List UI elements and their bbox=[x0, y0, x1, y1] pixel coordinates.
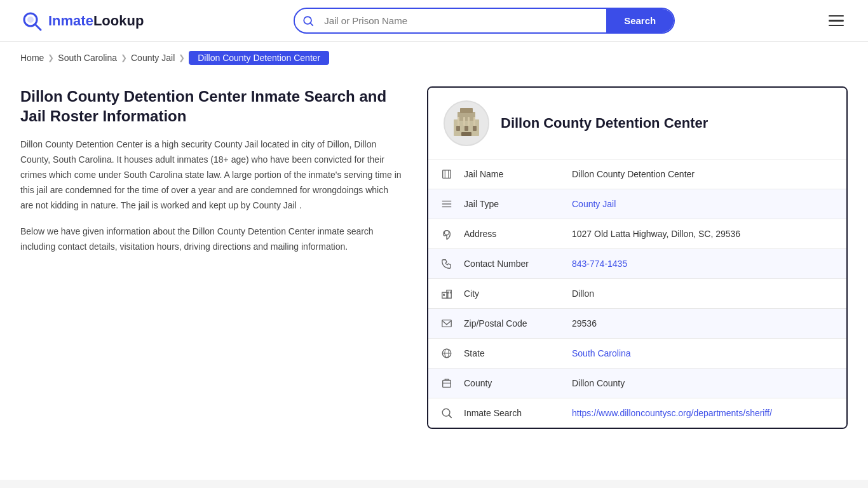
logo-icon bbox=[20, 10, 43, 32]
info-row: Zip/Postal Code29536 bbox=[428, 308, 846, 338]
row-label: Jail Type bbox=[464, 199, 572, 209]
main-content: Dillon County Detention Center Inmate Se… bbox=[0, 74, 868, 454]
list-icon bbox=[441, 198, 464, 210]
city-icon bbox=[441, 288, 464, 299]
row-label: Jail Name bbox=[464, 169, 572, 179]
breadcrumb-sep-2: ❯ bbox=[121, 53, 127, 62]
svg-rect-15 bbox=[473, 117, 475, 126]
menu-line bbox=[829, 20, 844, 22]
breadcrumb-sep-3: ❯ bbox=[179, 53, 185, 62]
svg-point-2 bbox=[27, 17, 34, 23]
svg-rect-13 bbox=[463, 117, 465, 126]
svg-rect-16 bbox=[443, 170, 451, 179]
county-icon bbox=[441, 377, 464, 389]
info-row: Jail NameDillon County Detention Center bbox=[428, 159, 846, 189]
search-globe-icon bbox=[441, 407, 464, 419]
info-row: Jail TypeCounty Jail bbox=[428, 189, 846, 219]
svg-rect-6 bbox=[458, 112, 475, 121]
card-rows: Jail NameDillon County Detention CenterJ… bbox=[428, 159, 846, 428]
site-header: InmateLookup Search bbox=[0, 0, 868, 42]
row-value: 29536 bbox=[572, 318, 834, 329]
row-value: 1027 Old Latta Highway, Dillon, SC, 2953… bbox=[572, 229, 834, 239]
card-header: Dillon County Detention Center bbox=[428, 88, 846, 159]
search-icon bbox=[302, 15, 314, 27]
hamburger-menu-button[interactable] bbox=[825, 11, 848, 30]
row-value: Dillon County bbox=[572, 378, 834, 388]
row-label: County bbox=[464, 378, 572, 388]
row-link[interactable]: https://www.dilloncountysc.org/departmen… bbox=[572, 408, 772, 418]
row-link[interactable]: County Jail bbox=[572, 199, 616, 209]
svg-rect-8 bbox=[456, 126, 460, 131]
info-row: CountyDillon County bbox=[428, 368, 846, 398]
svg-line-4 bbox=[310, 23, 313, 25]
search-wrapper: Search bbox=[294, 8, 675, 34]
breadcrumb-state[interactable]: South Carolina bbox=[58, 53, 117, 63]
search-input[interactable] bbox=[322, 9, 606, 32]
building-icon bbox=[449, 105, 484, 141]
info-row: CityDillon bbox=[428, 278, 846, 308]
svg-line-1 bbox=[35, 24, 41, 30]
row-label: Address bbox=[464, 229, 572, 239]
svg-rect-14 bbox=[468, 117, 470, 126]
facility-avatar bbox=[444, 100, 489, 146]
svg-rect-11 bbox=[461, 132, 471, 136]
breadcrumb-home[interactable]: Home bbox=[20, 53, 44, 63]
search-icon-wrap bbox=[295, 15, 322, 27]
row-label: State bbox=[464, 348, 572, 358]
row-link[interactable]: 843-774-1435 bbox=[572, 259, 627, 269]
svg-rect-10 bbox=[473, 126, 477, 131]
phone-icon bbox=[441, 258, 464, 269]
footer-space bbox=[0, 480, 868, 488]
search-area: Search bbox=[294, 8, 675, 34]
row-value[interactable]: 843-774-1435 bbox=[572, 259, 834, 269]
card-title: Dillon County Detention Center bbox=[501, 115, 708, 132]
svg-rect-26 bbox=[448, 292, 449, 293]
row-value[interactable]: https://www.dilloncountysc.org/departmen… bbox=[572, 408, 834, 418]
mail-icon bbox=[441, 318, 464, 329]
row-value: Dillon bbox=[572, 288, 834, 299]
globe-icon bbox=[441, 348, 464, 359]
svg-rect-12 bbox=[458, 117, 459, 126]
left-column: Dillon County Detention Center Inmate Se… bbox=[20, 86, 427, 429]
pin-icon bbox=[441, 228, 464, 240]
logo-link[interactable]: InmateLookup bbox=[20, 10, 144, 32]
row-value[interactable]: County Jail bbox=[572, 199, 834, 209]
svg-rect-28 bbox=[442, 320, 451, 327]
svg-rect-7 bbox=[460, 108, 473, 113]
page-title: Dillon County Detention Center Inmate Se… bbox=[20, 86, 402, 126]
svg-rect-9 bbox=[465, 126, 468, 131]
breadcrumb-type[interactable]: County Jail bbox=[131, 53, 175, 63]
jail-icon bbox=[441, 168, 464, 180]
svg-rect-25 bbox=[444, 294, 445, 296]
breadcrumb-sep-1: ❯ bbox=[48, 53, 54, 62]
menu-line bbox=[829, 15, 844, 17]
svg-rect-27 bbox=[450, 292, 451, 293]
row-label: Inmate Search bbox=[464, 408, 572, 418]
breadcrumb-current: Dillon County Detention Center bbox=[189, 51, 329, 65]
info-card: Dillon County Detention Center Jail Name… bbox=[427, 86, 848, 429]
logo-text: InmateLookup bbox=[48, 13, 144, 29]
row-value[interactable]: South Carolina bbox=[572, 348, 834, 358]
row-label: Contact Number bbox=[464, 259, 572, 269]
menu-line bbox=[829, 25, 844, 27]
info-row: StateSouth Carolina bbox=[428, 338, 846, 368]
svg-rect-24 bbox=[447, 290, 451, 299]
row-value: Dillon County Detention Center bbox=[572, 169, 834, 179]
breadcrumb: Home ❯ South Carolina ❯ County Jail ❯ Di… bbox=[0, 42, 868, 74]
right-column: Dillon County Detention Center Jail Name… bbox=[427, 86, 848, 429]
row-link[interactable]: South Carolina bbox=[572, 348, 631, 358]
row-label: City bbox=[464, 288, 572, 299]
row-label: Zip/Postal Code bbox=[464, 318, 572, 329]
svg-line-35 bbox=[449, 415, 451, 417]
page-description-2: Below we have given information about th… bbox=[20, 224, 402, 255]
svg-rect-32 bbox=[443, 381, 451, 388]
info-row: Contact Number843-774-1435 bbox=[428, 248, 846, 278]
info-row: Address1027 Old Latta Highway, Dillon, S… bbox=[428, 219, 846, 248]
search-button[interactable]: Search bbox=[606, 9, 674, 32]
info-row: Inmate Searchhttps://www.dilloncountysc.… bbox=[428, 398, 846, 428]
page-description-1: Dillon County Detention Center is a high… bbox=[20, 137, 402, 213]
